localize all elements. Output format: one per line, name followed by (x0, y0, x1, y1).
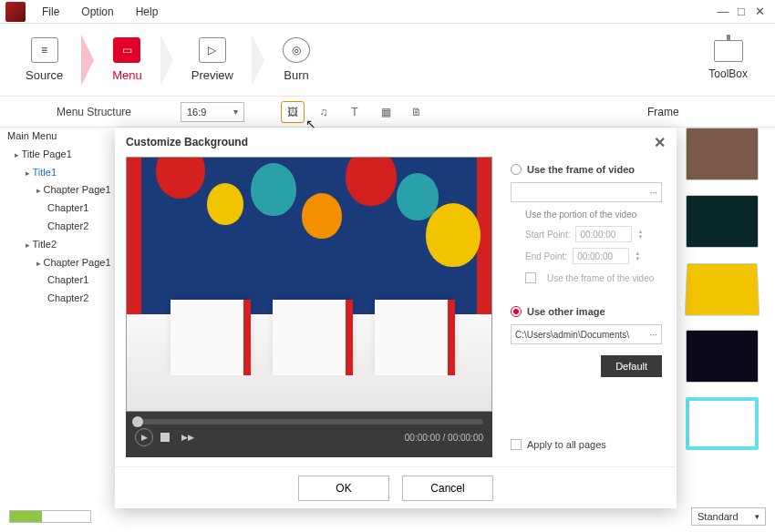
frame-thumb-1[interactable] (686, 128, 759, 180)
video-controls: ▶ ▶▶ 00:00:00 / 00:00:00 (126, 412, 492, 457)
portion-hint: Use the portion of the video (525, 210, 662, 220)
cancel-button[interactable]: Cancel (402, 476, 493, 501)
dialog-close-icon[interactable]: ✕ (654, 134, 666, 151)
ok-button[interactable]: OK (298, 476, 389, 501)
browse-icon[interactable]: ··· (650, 188, 657, 198)
menu-help[interactable]: Help (125, 2, 170, 22)
tree-title2[interactable]: Title2 (4, 236, 113, 254)
use-frame-chk-label: Use the frame of the video (547, 273, 654, 283)
disc-usage-bar (9, 510, 91, 523)
tree-chapter-page1[interactable]: Chapter Page1 (4, 181, 113, 200)
playback-time: 00:00:00 / 00:00:00 (405, 433, 483, 443)
step-menu-label: Menu (112, 68, 142, 82)
browse-icon[interactable]: ··· (650, 330, 657, 340)
step-menu[interactable]: ▭ Menu (96, 30, 159, 89)
menu-option[interactable]: Option (70, 2, 124, 22)
frame-thumb-2[interactable] (686, 195, 759, 248)
frame-thumb-3[interactable] (685, 263, 760, 316)
next-button[interactable]: ▶▶ (179, 428, 197, 446)
apply-all-checkbox[interactable] (511, 439, 522, 450)
tree-title-page1[interactable]: Title Page1 (4, 146, 113, 164)
tree-main-menu[interactable]: Main Menu (4, 128, 113, 146)
arrow-icon (81, 35, 94, 86)
image-path-value: C:\Users\admin\Documents\ (515, 330, 629, 340)
preview-icon: ▷ (199, 37, 226, 63)
status-bar: Standard (9, 506, 766, 527)
step-source[interactable]: ≡ Source (9, 30, 79, 89)
app-icon (5, 2, 26, 22)
step-toolbar: ≡ Source ▭ Menu ▷ Preview ◎ Burn ToolBox (0, 24, 775, 97)
radio-icon (511, 164, 522, 175)
frame-thumb-4[interactable] (686, 330, 759, 383)
step-preview[interactable]: ▷ Preview (175, 30, 250, 89)
aspect-ratio-select[interactable]: 16:9 (181, 102, 244, 122)
step-source-label: Source (26, 68, 63, 82)
apply-all-row[interactable]: Apply to all pages (511, 439, 662, 450)
radio-icon (511, 306, 522, 317)
quality-select[interactable]: Standard (691, 507, 766, 526)
tree-chapter1[interactable]: Chapter1 (4, 200, 113, 218)
options-pane: Use the frame of video ··· Use the porti… (501, 157, 666, 457)
use-frame-radio-row[interactable]: Use the frame of video (511, 164, 662, 175)
frame-thumbnails (686, 128, 766, 450)
default-button[interactable]: Default (601, 355, 662, 377)
customize-background-dialog: Customize Background ✕ ▶ (115, 128, 677, 508)
window-controls: — □ ✕ (715, 4, 775, 20)
burn-icon: ◎ (283, 37, 310, 63)
quality-value: Standard (698, 511, 739, 522)
frame-label: Frame (640, 106, 768, 118)
step-burn-label: Burn (284, 68, 308, 82)
play-button[interactable]: ▶ (135, 428, 153, 446)
minimize-button[interactable]: — (715, 4, 731, 20)
tree-chapter2[interactable]: Chapter2 (4, 218, 113, 236)
dialog-title: Customize Background (126, 136, 248, 148)
close-button[interactable]: ✕ (751, 4, 768, 20)
arrow-icon (160, 35, 173, 86)
start-point-row: Start Point: ▲▼ (525, 226, 662, 242)
apply-all-label: Apply to all pages (527, 439, 606, 450)
frame-thumb-5[interactable] (686, 397, 759, 450)
dialog-footer: OK Cancel (115, 466, 677, 508)
step-preview-label: Preview (191, 68, 233, 82)
menu-file[interactable]: File (31, 2, 70, 22)
progress-slider[interactable] (135, 419, 483, 425)
tree-chapter-page1b[interactable]: Chapter Page1 (4, 254, 113, 272)
step-toolbox[interactable]: ToolBox (690, 33, 766, 87)
music-icon[interactable]: ♫ (312, 101, 336, 123)
stop-button[interactable] (160, 433, 170, 442)
sub-toolbar: Menu Structure 16:9 🖼 ♫ T ▦ 🗎 Frame (0, 97, 775, 128)
end-spinner[interactable]: ▲▼ (635, 251, 640, 261)
preview-image (126, 157, 492, 412)
use-image-radio-row[interactable]: Use other image (511, 306, 662, 317)
arrow-icon (252, 35, 264, 86)
start-point-label: Start Point: (525, 230, 570, 240)
background-icon[interactable]: 🖼 (281, 101, 305, 123)
end-point-row: End Point: ▲▼ (525, 248, 662, 264)
aspect-value: 16:9 (187, 107, 206, 118)
dialog-header: Customize Background ✕ (115, 128, 677, 157)
use-frame-checkbox[interactable] (525, 272, 536, 283)
icon-toolbar: 🖼 ♫ T ▦ 🗎 (281, 101, 429, 123)
tree-title1[interactable]: Title1 (4, 164, 113, 182)
start-point-input[interactable] (575, 226, 632, 242)
step-burn[interactable]: ◎ Burn (266, 30, 326, 89)
title-bar: File Option Help — □ ✕ (0, 0, 775, 24)
end-point-input[interactable] (573, 248, 629, 264)
start-spinner[interactable]: ▲▼ (637, 229, 643, 240)
tree-chapter2b[interactable]: Chapter2 (4, 290, 113, 308)
video-path-input[interactable]: ··· (511, 182, 662, 202)
use-frame-label: Use the frame of video (527, 164, 635, 175)
use-image-label: Use other image (527, 306, 605, 317)
toolbox-icon (714, 40, 743, 62)
image-path-input[interactable]: C:\Users\admin\Documents\ ··· (511, 324, 662, 344)
text-icon[interactable]: T (343, 101, 367, 123)
preview-pane: ▶ ▶▶ 00:00:00 / 00:00:00 (126, 157, 492, 457)
menu-structure-label: Menu Structure (7, 106, 181, 118)
menu-tree: Main Menu Title Page1 Title1 Chapter Pag… (4, 128, 113, 308)
maximize-button[interactable]: □ (733, 4, 749, 20)
file-icon[interactable]: 🗎 (405, 101, 429, 123)
end-point-label: End Point: (525, 251, 567, 261)
step-toolbox-label: ToolBox (708, 67, 748, 80)
grid-icon[interactable]: ▦ (374, 101, 398, 123)
tree-chapter1b[interactable]: Chapter1 (4, 271, 113, 290)
